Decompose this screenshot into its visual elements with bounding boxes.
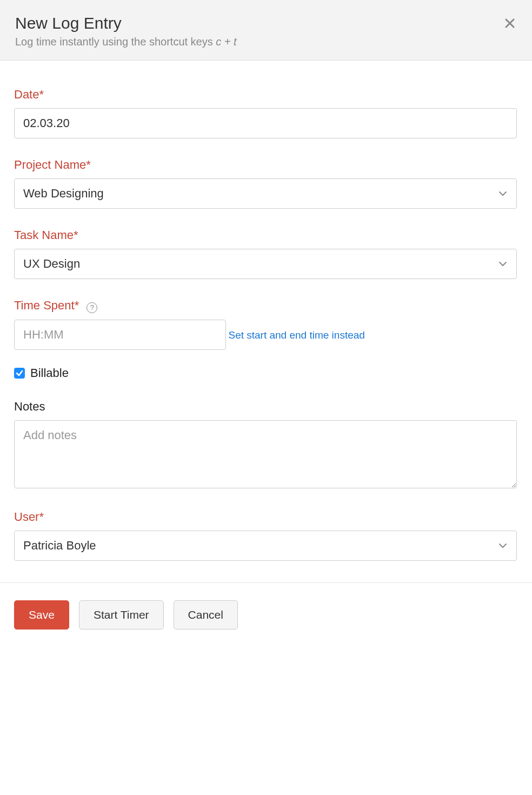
date-input[interactable]: [14, 108, 517, 138]
form-body: Date* Project Name* Task Name* Time Spen…: [0, 61, 532, 582]
time-spent-input[interactable]: [14, 320, 226, 350]
set-start-end-link[interactable]: Set start and end time instead: [228, 329, 364, 341]
task-label: Task Name*: [14, 228, 517, 242]
date-field: Date*: [14, 88, 517, 138]
billable-field: Billable: [14, 366, 517, 380]
project-field: Project Name*: [14, 158, 517, 209]
project-label: Project Name*: [14, 158, 517, 172]
help-icon[interactable]: ?: [87, 299, 97, 313]
user-select[interactable]: [14, 531, 517, 561]
time-spent-label: Time Spent* ?: [14, 299, 517, 313]
shortcut-text: c + t: [216, 36, 236, 48]
start-timer-button[interactable]: Start Timer: [79, 600, 164, 630]
dialog-header: New Log Entry Log time instantly using t…: [0, 0, 532, 61]
project-value[interactable]: [14, 178, 517, 209]
task-select[interactable]: [14, 249, 517, 279]
subtitle-text: Log time instantly using the shortcut ke…: [15, 36, 216, 48]
close-icon: [505, 15, 515, 31]
dialog-title: New Log Entry: [15, 14, 516, 32]
notes-textarea[interactable]: [14, 420, 517, 488]
task-value[interactable]: [14, 249, 517, 279]
dialog-footer: Save Start Timer Cancel: [0, 582, 532, 651]
time-spent-label-text: Time Spent*: [14, 299, 79, 312]
cancel-button[interactable]: Cancel: [174, 600, 238, 630]
user-label: User*: [14, 510, 517, 524]
close-button[interactable]: [505, 15, 515, 32]
user-field: User*: [14, 510, 517, 561]
time-spent-field: Time Spent* ? Set start and end time ins…: [14, 299, 517, 350]
project-select[interactable]: [14, 178, 517, 209]
billable-checkbox[interactable]: [14, 368, 25, 379]
dialog-subtitle: Log time instantly using the shortcut ke…: [15, 36, 516, 48]
notes-field: Notes: [14, 400, 517, 491]
notes-label: Notes: [14, 400, 517, 414]
task-field: Task Name*: [14, 228, 517, 279]
save-button[interactable]: Save: [14, 600, 69, 630]
billable-label: Billable: [30, 366, 69, 380]
date-label: Date*: [14, 88, 517, 102]
user-value[interactable]: [14, 531, 517, 561]
